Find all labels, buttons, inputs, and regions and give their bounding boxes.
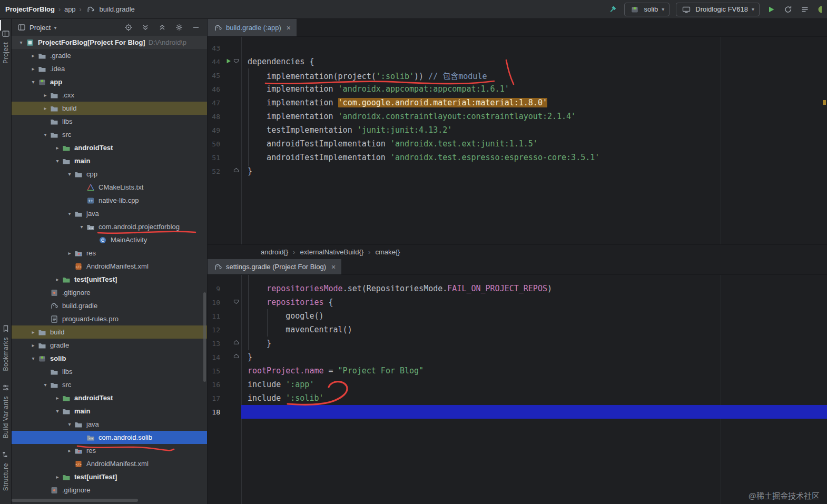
tree-row-test[interactable]: ▸test [unitTest] (12, 470, 207, 483)
tree-row-androidtest[interactable]: ▸androidTest (12, 391, 207, 404)
run-button[interactable] (766, 4, 776, 15)
chevron-down-icon[interactable]: ▾ (53, 158, 62, 164)
chevron-down-icon[interactable]: ▾ (65, 211, 74, 216)
tree-row-res[interactable]: ▸res (12, 246, 207, 260)
tree-row-androidmanifest.xml[interactable]: </>AndroidManifest.xml (12, 260, 207, 273)
chevron-down-icon[interactable]: ▾ (41, 382, 50, 388)
run-config-select[interactable]: solib ▾ (624, 3, 670, 16)
chevron-down-icon[interactable]: ▾ (54, 25, 56, 31)
code-line-17[interactable]: 17include ':solib' (208, 391, 827, 405)
code-line-45[interactable]: 45 implementation(project(':solib')) // … (208, 68, 827, 82)
breadcrumb-item[interactable]: cmake{} (375, 248, 400, 256)
chevron-right-icon[interactable]: ▸ (29, 53, 37, 58)
tree-row-.gitignore[interactable]: .gitignore (12, 483, 207, 497)
code-line-11[interactable]: 11 google() (208, 309, 827, 323)
tree-row-libs[interactable]: libs (12, 115, 207, 128)
tree-row-cpp[interactable]: ▾cpp (12, 167, 207, 181)
hide-panel-icon[interactable] (191, 23, 201, 32)
code-line-15[interactable]: 15rootProject.name = "Project For Blog" (208, 364, 827, 378)
tree-row-.cxx[interactable]: ▸.cxx (12, 88, 207, 102)
chevron-right-icon[interactable]: ▸ (53, 145, 62, 151)
tree-row-app[interactable]: ▾app (12, 75, 207, 88)
tree-row-src[interactable]: ▾src (12, 128, 207, 141)
chevron-right-icon[interactable]: ▸ (65, 250, 74, 256)
chevron-right-icon[interactable]: ▸ (29, 329, 37, 335)
tree-row-solib[interactable]: ▾solib (12, 352, 207, 365)
tree-row-libs[interactable]: libs (12, 365, 207, 378)
code-line-10[interactable]: 10 repositories { (208, 295, 827, 309)
code-line-47[interactable]: 47 implementation 'com.google.android.ma… (208, 96, 827, 110)
tree-row-proguard-rules.pro[interactable]: proguard-rules.pro (12, 312, 207, 325)
chevron-right-icon[interactable]: ▸ (53, 276, 62, 282)
code-line-50[interactable]: 50 androidTestImplementation 'androidx.t… (208, 137, 827, 151)
tree-row-main[interactable]: ▾main (12, 404, 207, 418)
breadcrumb-item[interactable]: android{} (261, 248, 288, 256)
fold-close-icon[interactable] (233, 339, 240, 348)
stripe-item-bookmarks[interactable]: Bookmarks (1, 324, 11, 371)
profiler-icon[interactable] (816, 4, 822, 15)
restart-icon[interactable] (783, 4, 793, 15)
code-line-46[interactable]: 46 implementation 'androidx.appcompat:ap… (208, 82, 827, 96)
breadcrumb-item[interactable]: app (64, 5, 76, 13)
code-line-9[interactable]: 9 repositoriesMode.set(RepositoriesMode.… (208, 282, 827, 295)
chevron-right-icon[interactable]: ▸ (53, 395, 62, 401)
code-line-14[interactable]: 14} (208, 350, 827, 364)
tree-row-com.android.solib[interactable]: com.android.solib (12, 431, 207, 444)
chevron-right-icon[interactable]: ▸ (41, 105, 50, 111)
chevron-right-icon[interactable]: ▸ (29, 66, 37, 72)
tree-row-.gradle[interactable]: ▸.gradle (12, 49, 207, 62)
tree-row-build.gradle[interactable]: build.gradle (12, 299, 207, 312)
code-line-13[interactable]: 13 } (208, 337, 827, 350)
tree-row-gradle[interactable]: ▸gradle (12, 339, 207, 352)
expand-all-icon[interactable] (141, 23, 150, 32)
code-line-49[interactable]: 49 testImplementation 'junit:junit:4.13.… (208, 123, 827, 137)
chevron-down-icon[interactable]: ▾ (29, 79, 37, 85)
stripe-item-project[interactable]: Project (1, 29, 11, 64)
tree-row-java[interactable]: ▾java (12, 418, 207, 431)
code-line-16[interactable]: 16include ':app' (208, 378, 827, 391)
collapse-all-icon[interactable] (157, 23, 167, 32)
code-line-51[interactable]: 51 androidTestImplementation 'androidx.t… (208, 151, 827, 164)
tree-row-androidmanifest.xml[interactable]: </>AndroidManifest.xml (12, 457, 207, 470)
code-line-43[interactable]: 43 (208, 41, 827, 55)
gear-icon[interactable] (174, 23, 184, 32)
tree-row-mainactivity[interactable]: CMainActivity (12, 233, 207, 246)
code-line-44[interactable]: 44dependencies { (208, 55, 827, 68)
fold-close-icon[interactable] (233, 352, 240, 362)
breadcrumb-item[interactable]: build.gradle (100, 5, 135, 13)
more-actions-icon[interactable] (800, 4, 810, 15)
breadcrumb-item[interactable]: ProjectForBlog (5, 5, 55, 13)
tree-horizontal-scrollbar[interactable] (12, 499, 138, 502)
tab-build-gradle-app[interactable]: build.gradle (:app) × (208, 19, 297, 36)
chevron-down-icon[interactable]: ▾ (53, 408, 62, 414)
tree-row-.idea[interactable]: ▸.idea (12, 62, 207, 75)
stripe-item-build-variants[interactable]: Build Variants (1, 383, 11, 438)
chevron-down-icon[interactable]: ▾ (17, 39, 25, 45)
code-line-48[interactable]: 48 implementation 'androidx.constraintla… (208, 110, 827, 123)
tree-row-.gitignore[interactable]: .gitignore (12, 286, 207, 299)
run-line-icon[interactable] (225, 57, 232, 66)
fold-open-icon[interactable] (233, 298, 240, 307)
tree-row-cmakelists.txt[interactable]: CMakeLists.txt (12, 181, 207, 194)
chevron-right-icon[interactable]: ▸ (53, 474, 62, 480)
chevron-down-icon[interactable]: ▾ (65, 171, 74, 177)
close-icon[interactable]: × (287, 24, 291, 32)
tree-row-res[interactable]: ▸res (12, 444, 207, 457)
device-select[interactable]: Droidlogic FV618 ▾ (676, 3, 760, 16)
tree-row-native-lib.cpp[interactable]: ++native-lib.cpp (12, 194, 207, 207)
code-line-52[interactable]: 52} (208, 164, 827, 178)
tree-row-build[interactable]: ▸build (12, 102, 207, 115)
fold-close-icon[interactable] (233, 166, 240, 176)
tree-row-main[interactable]: ▾main (12, 154, 207, 167)
chevron-down-icon[interactable]: ▾ (41, 132, 50, 137)
code-line-18[interactable]: 18 (208, 405, 827, 419)
tree-row-com.android.projectforblog[interactable]: ▾com.android.projectforblog (12, 220, 207, 233)
tree-row-src[interactable]: ▾src (12, 378, 207, 391)
tree-row-build[interactable]: ▸build (12, 325, 207, 339)
project-view-mode[interactable]: Project (29, 24, 51, 32)
breadcrumb-item[interactable]: externalNativeBuild{} (300, 248, 363, 256)
stripe-item-structure[interactable]: Structure (1, 450, 11, 491)
locate-file-icon[interactable] (124, 23, 133, 32)
code-line-12[interactable]: 12 mavenCentral() (208, 323, 827, 337)
build-hammer-icon[interactable] (607, 4, 618, 15)
